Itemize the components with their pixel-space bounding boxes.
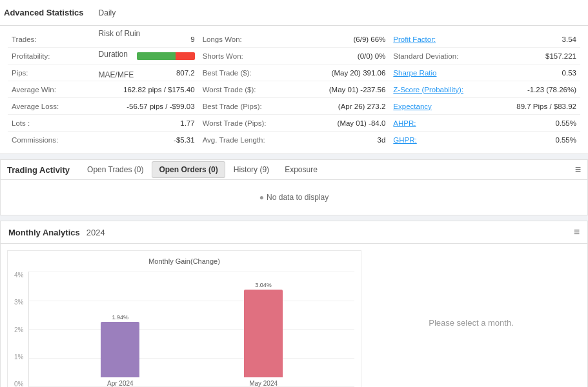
zscore-label[interactable]: Z-Score (Probability): [393, 86, 463, 94]
ahpr-value: 0.55% [555, 119, 576, 127]
longs-won-value: (6/9) 66% [353, 35, 385, 43]
avg-win-value: 162.82 pips / $175.40 [123, 86, 195, 94]
filter-icon[interactable]: ≡ [575, 164, 581, 175]
nav-tab-daily[interactable]: Daily [90, 3, 149, 23]
trading-title: Trading Activity [7, 165, 70, 175]
bar-may [244, 290, 283, 377]
bar-apr-2024[interactable]: 1.94% Apr 2024 [101, 314, 139, 387]
avg-trade-length-label: Avg. Trade Length: [203, 136, 265, 144]
bar-may-label: May 2024 [249, 380, 278, 387]
stats-row-std-dev: Standard Deviation: $157.221 [389, 48, 580, 64]
profit-red-bar [176, 52, 195, 60]
y-label-2: 2% [14, 326, 23, 333]
trading-header: Trading Activity Open Trades (0)Open Ord… [1, 160, 587, 180]
bar-apr-value-label: 1.94% [112, 314, 129, 321]
sharpe-label[interactable]: Sharpe Ratio [393, 69, 436, 77]
stats-row-commissions: Commissions: -$5.31 [8, 132, 199, 148]
worst-trade-pips-label: Worst Trade (Pips): [203, 119, 267, 127]
lots-label: Lots : [12, 119, 30, 127]
stats-row-pips: Pips: 807.2 [8, 64, 199, 81]
stats-row-longs-won: Longs Won: (6/9) 66% [199, 31, 390, 48]
best-trade-dollar-label: Best Trade ($): [203, 69, 252, 77]
worst-trade-dollar-label: Worst Trade ($): [203, 86, 256, 94]
ghpr-value: 0.55% [555, 136, 576, 144]
zscore-value: -1.23 (78.26%) [527, 86, 576, 94]
best-trade-pips-label: Best Trade (Pips): [203, 103, 262, 110]
stats-row-sharpe: Sharpe Ratio 0.53 [389, 64, 580, 81]
right-panel: Please select a month. [361, 250, 581, 387]
trading-tab-1[interactable]: Open Orders (0) [152, 161, 225, 178]
monthly-year: 2024 [86, 228, 105, 237]
stats-row-avg-trade-length: Avg. Trade Length: 3d [199, 132, 390, 148]
trading-tab-2[interactable]: History (9) [227, 161, 276, 178]
stats-row-profit-factor: Profit Factor: 3.54 [389, 31, 580, 48]
stats-row-ahpr: AHPR: 0.55% [389, 115, 580, 132]
ahpr-label[interactable]: AHPR: [393, 119, 416, 127]
bar-apr-label: Apr 2024 [107, 380, 134, 387]
shorts-won-value: (0/0) 0% [358, 52, 385, 60]
stats-col-2: Longs Won: (6/9) 66% Shorts Won: (0/0) 0… [199, 31, 390, 148]
bar-may-value-label: 3.04% [255, 282, 272, 288]
stats-row-worst-trade-pips: Worst Trade (Pips): (May 01) -84.0 [199, 115, 390, 132]
monthly-filter-icon[interactable]: ≡ [574, 226, 580, 238]
stats-row-expectancy: Expectancy 89.7 Pips / $83.92 [389, 98, 580, 115]
monthly-title: Monthly Analytics [8, 228, 80, 237]
chart-container: 4% 3% 2% 1% 0% 1. [14, 272, 354, 387]
stats-row-avg-loss: Average Loss: -56.57 pips / -$99.03 [8, 98, 199, 115]
profit-factor-value: 3.54 [562, 35, 576, 43]
stats-row-shorts-won: Shorts Won: (0/0) 0% [199, 48, 390, 64]
lots-value: 1.77 [180, 119, 194, 127]
y-label-4: 4% [14, 272, 23, 279]
top-navigation: Advanced Statistics TradesSummaryHourlyD… [0, 0, 588, 26]
trading-tab-3[interactable]: Exposure [278, 161, 325, 178]
stats-row-best-trade-pips: Best Trade (Pips): (Apr 26) 273.2 [199, 98, 390, 115]
stats-col-1: Trades: 9 Profitability: Pips: 807.2 Ave… [8, 31, 199, 148]
best-trade-dollar-value: (May 20) 391.06 [332, 69, 386, 77]
bars-container: 1.94% Apr 2024 3.04% May 2024 [29, 272, 354, 387]
best-trade-pips-value: (Apr 26) 273.2 [338, 103, 386, 110]
profit-green-bar [137, 52, 176, 60]
avg-trade-length-value: 3d [378, 136, 386, 144]
stats-row-trades: Trades: 9 [8, 31, 199, 48]
commissions-label: Commissions: [12, 136, 58, 144]
worst-trade-pips-value: (May 01) -84.0 [338, 119, 386, 127]
page-title: Advanced Statistics [4, 8, 84, 17]
profitability-label: Profitability: [12, 52, 50, 60]
nav-tab-hourly[interactable]: Hourly [90, 0, 149, 3]
y-label-1: 1% [14, 353, 23, 361]
bar-apr [101, 322, 139, 377]
stats-row-avg-win: Average Win: 162.82 pips / $175.40 [8, 81, 199, 98]
select-month-text: Please select a month. [429, 318, 514, 328]
pips-value: 807.2 [176, 69, 195, 77]
profit-factor-label[interactable]: Profit Factor: [393, 35, 436, 43]
stats-row-best-trade-dollar: Best Trade ($): (May 20) 391.06 [199, 64, 390, 81]
y-label-0: 0% [14, 381, 23, 387]
stats-row-worst-trade-dollar: Worst Trade ($): (May 01) -237.56 [199, 81, 390, 98]
trades-value: 9 [190, 35, 194, 43]
stats-row-zscore: Z-Score (Probability): -1.23 (78.26%) [389, 81, 580, 98]
bar-may-2024[interactable]: 3.04% May 2024 [244, 282, 283, 387]
commissions-value: -$5.31 [174, 136, 195, 144]
monthly-content: Monthly Gain(Change) 4% 3% 2% 1% 0% [1, 244, 587, 387]
trading-tabs-container: Open Trades (0)Open Orders (0)History (9… [80, 165, 326, 174]
ghpr-label[interactable]: GHPR: [393, 136, 416, 144]
chart-bars-area: 1.94% Apr 2024 3.04% May 2024 [28, 272, 354, 387]
worst-trade-dollar-value: (May 01) -237.56 [329, 86, 386, 94]
avg-loss-value: -56.57 pips / -$99.03 [127, 103, 195, 110]
trading-tab-0[interactable]: Open Trades (0) [80, 161, 150, 178]
profitability-bar [137, 52, 195, 60]
chart-title: Monthly Gain(Change) [14, 257, 354, 265]
trading-section: Trading Activity Open Trades (0)Open Ord… [0, 159, 588, 215]
expectancy-label[interactable]: Expectancy [393, 103, 431, 110]
trades-label: Trades: [12, 35, 37, 43]
stats-row-lots: Lots : 1.77 [8, 115, 199, 132]
y-axis: 4% 3% 2% 1% 0% [14, 272, 28, 387]
avg-win-label: Average Win: [12, 86, 56, 94]
std-dev-label: Standard Deviation: [393, 52, 458, 60]
stats-grid: Trades: 9 Profitability: Pips: 807.2 Ave… [8, 31, 580, 148]
stats-col-3: Profit Factor: 3.54 Standard Deviation: … [389, 31, 580, 148]
y-label-3: 3% [14, 299, 23, 306]
sharpe-value: 0.53 [562, 69, 576, 77]
avg-loss-label: Average Loss: [12, 103, 59, 110]
longs-won-label: Longs Won: [203, 35, 242, 43]
